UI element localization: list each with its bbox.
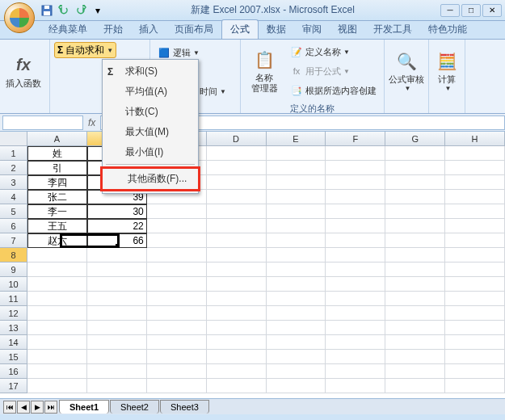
cell[interactable] — [267, 335, 326, 350]
cell[interactable]: 66 — [87, 233, 147, 248]
row-header-7[interactable]: 7 — [0, 233, 27, 248]
cell[interactable] — [445, 292, 505, 306]
cell[interactable] — [445, 219, 505, 233]
cell[interactable] — [147, 219, 207, 233]
tab-nav-last[interactable]: ⏭ — [44, 401, 57, 414]
tab-公式[interactable]: 公式 — [221, 19, 259, 39]
cell[interactable] — [27, 262, 87, 277]
cell[interactable] — [27, 335, 87, 350]
cell[interactable] — [207, 146, 267, 161]
row-header-2[interactable]: 2 — [0, 161, 27, 175]
cell[interactable] — [207, 350, 267, 364]
cell[interactable] — [87, 277, 147, 292]
formula-audit-button[interactable]: 🔍 公式审核 ▼ — [389, 42, 424, 99]
tab-审阅[interactable]: 审阅 — [294, 20, 330, 39]
cell[interactable] — [445, 175, 505, 190]
sheet-tab-Sheet3[interactable]: Sheet3 — [160, 400, 209, 414]
sheet-tab-Sheet2[interactable]: Sheet2 — [110, 400, 159, 414]
cell[interactable] — [326, 292, 385, 306]
redo-icon[interactable] — [74, 3, 88, 18]
cell[interactable] — [147, 350, 207, 364]
cell[interactable]: 张二 — [27, 190, 87, 204]
calculate-button[interactable]: 🧮 计算 ▼ — [433, 42, 461, 99]
close-button[interactable]: ✕ — [482, 4, 502, 17]
cell[interactable] — [326, 146, 385, 161]
cell[interactable] — [27, 306, 87, 321]
cell[interactable] — [445, 161, 505, 175]
row-header-5[interactable]: 5 — [0, 204, 27, 219]
autosum-menu-item[interactable]: 平均值(A) — [103, 82, 198, 102]
cell[interactable] — [27, 379, 87, 393]
row-header-1[interactable]: 1 — [0, 146, 27, 161]
cell[interactable] — [267, 379, 326, 393]
row-header-17[interactable]: 17 — [0, 379, 27, 393]
cell[interactable] — [326, 204, 385, 219]
cell[interactable] — [207, 335, 267, 350]
cell[interactable] — [267, 292, 326, 306]
cell[interactable] — [445, 248, 505, 262]
cell[interactable] — [207, 233, 267, 248]
cell[interactable] — [326, 364, 385, 379]
worksheet-grid[interactable]: ABCDEFGH 1234567891011121314151617 姓引李四1… — [0, 132, 505, 398]
cell[interactable] — [326, 350, 385, 364]
cell[interactable] — [267, 233, 326, 248]
cell[interactable] — [207, 190, 267, 204]
cell[interactable] — [445, 190, 505, 204]
cell[interactable] — [147, 306, 207, 321]
cell[interactable] — [445, 321, 505, 335]
cell[interactable] — [267, 219, 326, 233]
cell[interactable] — [385, 190, 445, 204]
cell[interactable] — [207, 219, 267, 233]
autosum-menu-item[interactable]: 最小值(I) — [103, 142, 198, 162]
row-header-14[interactable]: 14 — [0, 335, 27, 350]
cell[interactable]: 赵六 — [27, 233, 87, 248]
autosum-menu-item[interactable]: 最大值(M) — [103, 122, 198, 142]
cell[interactable] — [87, 248, 147, 262]
cell[interactable] — [27, 364, 87, 379]
cell[interactable] — [385, 146, 445, 161]
cell[interactable] — [87, 379, 147, 393]
row-header-3[interactable]: 3 — [0, 175, 27, 190]
col-header-G[interactable]: G — [385, 132, 445, 146]
row-header-16[interactable]: 16 — [0, 364, 27, 379]
cell[interactable] — [87, 364, 147, 379]
cell[interactable] — [385, 292, 445, 306]
cell[interactable] — [326, 161, 385, 175]
cell[interactable] — [385, 161, 445, 175]
cell[interactable] — [385, 321, 445, 335]
row-header-6[interactable]: 6 — [0, 219, 27, 233]
col-header-D[interactable]: D — [207, 132, 267, 146]
col-header-F[interactable]: F — [326, 132, 385, 146]
autosum-menu-item[interactable]: 计数(C) — [103, 102, 198, 122]
cell[interactable] — [445, 204, 505, 219]
cell[interactable] — [207, 175, 267, 190]
cell[interactable] — [267, 364, 326, 379]
tab-页面布局[interactable]: 页面布局 — [166, 20, 221, 39]
sheet-tab-Sheet1[interactable]: Sheet1 — [59, 400, 109, 414]
cell[interactable] — [87, 321, 147, 335]
cell[interactable] — [207, 277, 267, 292]
cell[interactable] — [87, 335, 147, 350]
row-header-4[interactable]: 4 — [0, 190, 27, 204]
insert-function-button[interactable]: fx 插入函数 — [4, 42, 43, 99]
col-header-A[interactable]: A — [27, 132, 87, 146]
cell[interactable] — [147, 379, 207, 393]
cell[interactable] — [207, 262, 267, 277]
cell[interactable] — [267, 161, 326, 175]
cell[interactable] — [267, 190, 326, 204]
undo-icon[interactable] — [57, 3, 71, 18]
cell[interactable]: 姓 — [27, 146, 87, 161]
cell[interactable] — [147, 277, 207, 292]
cell[interactable] — [87, 306, 147, 321]
autosum-menu-item[interactable]: 其他函数(F)... — [100, 166, 200, 191]
cell[interactable] — [326, 190, 385, 204]
cell[interactable] — [87, 292, 147, 306]
cell[interactable] — [385, 335, 445, 350]
cell[interactable] — [267, 321, 326, 335]
cell[interactable] — [326, 379, 385, 393]
cell[interactable] — [207, 306, 267, 321]
cell[interactable] — [326, 277, 385, 292]
select-all-corner[interactable] — [0, 132, 27, 146]
create-from-selection-button[interactable]: 📑根据所选内容创建 — [287, 82, 380, 99]
row-header-13[interactable]: 13 — [0, 321, 27, 335]
